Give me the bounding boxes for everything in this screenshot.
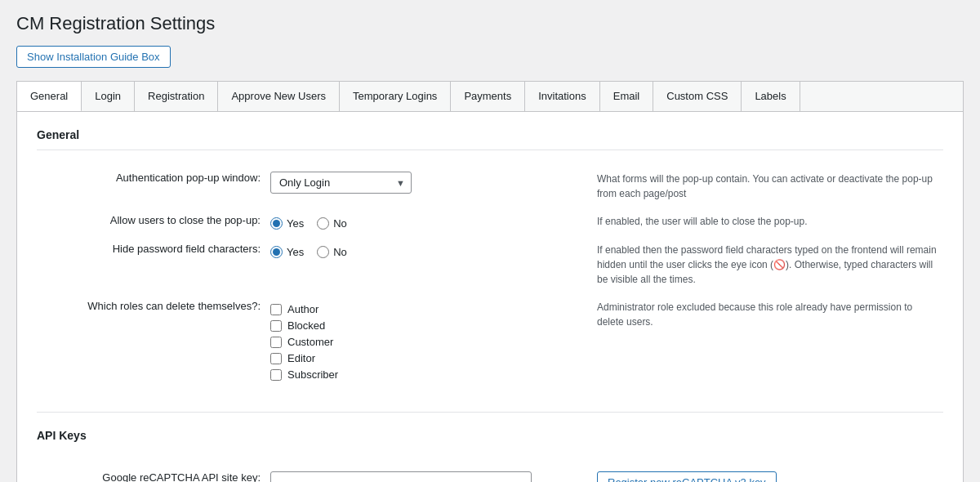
- roles-delete-checkbox-list: Author Blocked Customer: [270, 300, 587, 381]
- allow-close-no-text: No: [333, 217, 347, 230]
- role-customer-label[interactable]: Customer: [270, 336, 587, 348]
- role-blocked-label[interactable]: Blocked: [270, 319, 587, 332]
- page-title: CM Registration Settings: [16, 13, 964, 34]
- site-key-row: Google reCAPTCHA API site key: Register …: [37, 465, 943, 482]
- tab-approve-new-users[interactable]: Approve New Users: [218, 82, 340, 111]
- role-author-label[interactable]: Author: [270, 303, 587, 315]
- tabs-nav: General Login Registration Approve New U…: [17, 82, 963, 112]
- allow-close-label: Allow users to close the pop-up:: [37, 208, 265, 236]
- tab-custom-css[interactable]: Custom CSS: [653, 82, 742, 111]
- hide-password-yes-text: Yes: [287, 246, 304, 258]
- allow-close-field: Yes No: [265, 208, 592, 236]
- allow-close-no-radio[interactable]: [317, 217, 329, 230]
- auth-popup-row: Authentication pop-up window: Only Login…: [37, 165, 943, 208]
- tab-login[interactable]: Login: [82, 82, 135, 111]
- auth-popup-select[interactable]: Only Login Only Registration Login and R…: [270, 172, 412, 194]
- role-customer-text: Customer: [287, 336, 333, 348]
- site-key-label: Google reCAPTCHA API site key:: [37, 465, 265, 482]
- general-section-title: General: [37, 128, 943, 150]
- roles-delete-field: Author Blocked Customer: [265, 293, 592, 387]
- register-recaptcha-button[interactable]: Register new reCAPTCHA v2 key: [597, 471, 777, 482]
- role-subscriber-checkbox[interactable]: [270, 369, 282, 381]
- hide-password-no-label[interactable]: No: [317, 246, 347, 258]
- auth-popup-description: What forms will the pop-up contain. You …: [592, 165, 943, 208]
- allow-close-no-label[interactable]: No: [317, 217, 347, 230]
- role-customer-checkbox[interactable]: [270, 337, 282, 348]
- tab-general[interactable]: General: [17, 82, 82, 112]
- role-author-checkbox[interactable]: [270, 304, 282, 315]
- role-editor-label[interactable]: Editor: [270, 352, 587, 364]
- tab-invitations[interactable]: Invitations: [525, 82, 600, 111]
- hide-password-label: Hide password field characters:: [37, 236, 265, 293]
- tab-labels[interactable]: Labels: [742, 82, 800, 111]
- auth-popup-select-wrap: Only Login Only Registration Login and R…: [270, 172, 412, 194]
- hide-password-radio-group: Yes No: [270, 243, 587, 258]
- role-blocked-text: Blocked: [287, 319, 325, 332]
- hide-password-no-text: No: [333, 246, 347, 258]
- general-settings-table: Authentication pop-up window: Only Login…: [37, 165, 943, 387]
- hide-password-no-radio[interactable]: [317, 246, 329, 258]
- tab-payments[interactable]: Payments: [451, 82, 525, 111]
- page-wrapper: CM Registration Settings Show Installati…: [0, 0, 980, 482]
- roles-delete-description: Administrator role excluded because this…: [592, 293, 943, 387]
- roles-delete-row: Which roles can delete themselves?: Auth…: [37, 293, 943, 387]
- api-keys-section-title: API Keys: [37, 412, 943, 450]
- tab-email[interactable]: Email: [600, 82, 654, 111]
- allow-close-yes-radio[interactable]: [270, 217, 283, 230]
- site-key-register-btn-cell: Register new reCAPTCHA v2 key: [592, 465, 943, 482]
- allow-close-yes-text: Yes: [287, 217, 304, 230]
- roles-delete-label: Which roles can delete themselves?:: [37, 293, 265, 387]
- allow-close-description: If enabled, the user will able to close …: [592, 208, 943, 236]
- role-blocked-checkbox[interactable]: [270, 320, 282, 332]
- role-author-text: Author: [287, 303, 318, 315]
- tabs-wrapper: General Login Registration Approve New U…: [16, 81, 964, 482]
- role-editor-checkbox[interactable]: [270, 353, 282, 364]
- role-subscriber-text: Subscriber: [287, 368, 338, 381]
- hide-password-field: Yes No: [265, 236, 592, 293]
- allow-close-yes-label[interactable]: Yes: [270, 217, 304, 230]
- tab-content-general: General Authentication pop-up window: On…: [17, 112, 963, 482]
- show-install-guide-button[interactable]: Show Installation Guide Box: [16, 46, 171, 68]
- role-editor-text: Editor: [287, 352, 315, 364]
- tab-registration[interactable]: Registration: [135, 82, 218, 111]
- site-key-input[interactable]: [270, 471, 532, 482]
- hide-password-yes-label[interactable]: Yes: [270, 246, 304, 258]
- hide-password-row: Hide password field characters: Yes No: [37, 236, 943, 293]
- site-key-field: [265, 465, 592, 482]
- tab-temporary-logins[interactable]: Temporary Logins: [340, 82, 451, 111]
- api-keys-settings-table: Google reCAPTCHA API site key: Register …: [37, 465, 943, 482]
- auth-popup-field: Only Login Only Registration Login and R…: [265, 165, 592, 208]
- role-subscriber-label[interactable]: Subscriber: [270, 368, 587, 381]
- auth-popup-label: Authentication pop-up window:: [37, 165, 265, 208]
- hide-password-yes-radio[interactable]: [270, 246, 283, 258]
- allow-close-radio-group: Yes No: [270, 214, 587, 230]
- allow-close-row: Allow users to close the pop-up: Yes No: [37, 208, 943, 236]
- hide-password-description: If enabled then the password field chara…: [592, 236, 943, 293]
